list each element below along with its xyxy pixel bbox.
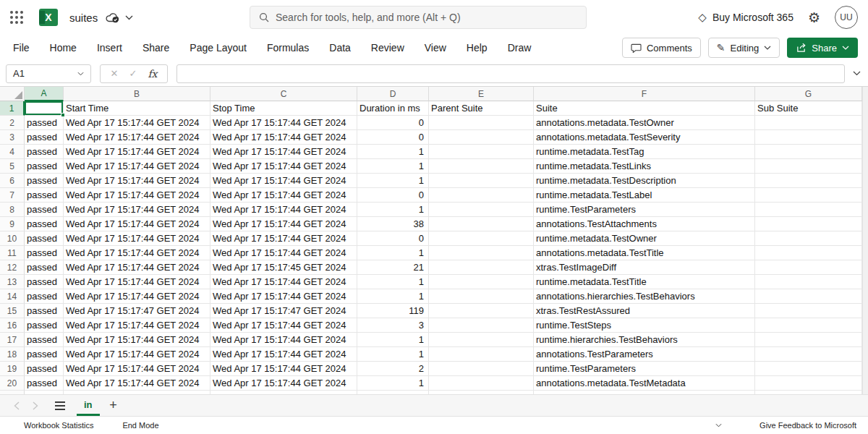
cell-F3[interactable]: annotations.metadata.TestSeverity xyxy=(534,130,755,145)
document-title[interactable]: suites xyxy=(69,12,98,24)
cell-G18[interactable] xyxy=(755,347,862,362)
formula-input[interactable] xyxy=(176,64,845,83)
cell-E5[interactable] xyxy=(429,159,534,174)
menu-draw[interactable]: Draw xyxy=(498,35,542,61)
cell-F21[interactable] xyxy=(534,391,755,394)
cell-E1[interactable]: Parent Suite xyxy=(429,101,534,116)
cell-D11[interactable]: 1 xyxy=(357,246,429,260)
cell-A10[interactable]: passed xyxy=(25,231,64,246)
name-box[interactable]: A1 xyxy=(6,64,91,83)
cell-G2[interactable] xyxy=(755,116,862,130)
cell-C3[interactable]: Wed Apr 17 15:17:44 GET 2024 xyxy=(210,130,357,145)
cell-A1-selected[interactable] xyxy=(25,101,64,116)
sheet-nav-left-icon[interactable] xyxy=(7,395,26,416)
cell-E2[interactable] xyxy=(429,116,534,130)
cell-F6[interactable]: runtime.metadata.TestDescription xyxy=(534,174,755,188)
cell-B7[interactable]: Wed Apr 17 15:17:44 GET 2024 xyxy=(64,188,210,203)
cell-D8[interactable]: 1 xyxy=(357,203,429,217)
cell-D4[interactable]: 1 xyxy=(357,145,429,159)
row-header-2[interactable]: 2 xyxy=(0,116,25,130)
sheet-tab-active[interactable]: in xyxy=(77,395,100,416)
cell-F16[interactable]: runtime.TestSteps xyxy=(534,318,755,333)
cell-C10[interactable]: Wed Apr 17 15:17:44 GET 2024 xyxy=(210,231,357,246)
row-header-11[interactable]: 11 xyxy=(0,246,25,260)
cell-F9[interactable]: annotations.TestAttachments xyxy=(534,217,755,231)
cell-F15[interactable]: xtras.TestRestAssured xyxy=(534,304,755,318)
cell-F10[interactable]: runtime.metadata.TestOwner xyxy=(534,231,755,246)
cell-G15[interactable] xyxy=(755,304,862,318)
row-header-15[interactable]: 15 xyxy=(0,304,25,318)
cell-A20[interactable]: passed xyxy=(25,376,64,391)
enter-icon[interactable]: ✓ xyxy=(129,68,137,79)
row-header-10[interactable]: 10 xyxy=(0,231,25,246)
menu-review[interactable]: Review xyxy=(361,35,414,61)
row-header-5[interactable]: 5 xyxy=(0,159,25,174)
row-header-6[interactable]: 6 xyxy=(0,174,25,188)
status-workbook-statistics[interactable]: Workbook Statistics xyxy=(24,421,93,430)
cell-B4[interactable]: Wed Apr 17 15:17:44 GET 2024 xyxy=(64,145,210,159)
menu-data[interactable]: Data xyxy=(319,35,361,61)
cell-A3[interactable]: passed xyxy=(25,130,64,145)
sheet-nav-right-icon[interactable] xyxy=(26,395,45,416)
cell-A12[interactable]: passed xyxy=(25,260,64,275)
menu-home[interactable]: Home xyxy=(40,35,87,61)
search-input[interactable] xyxy=(276,12,577,23)
cell-G4[interactable] xyxy=(755,145,862,159)
cell-C20[interactable]: Wed Apr 17 15:17:44 GET 2024 xyxy=(210,376,357,391)
cell-E19[interactable] xyxy=(429,362,534,376)
cell-E10[interactable] xyxy=(429,231,534,246)
title-chevron-down-icon[interactable] xyxy=(125,15,133,20)
row-header-4[interactable]: 4 xyxy=(0,145,25,159)
cell-D15[interactable]: 119 xyxy=(357,304,429,318)
give-feedback-link[interactable]: Give Feedback to Microsoft xyxy=(760,421,856,430)
row-header-18[interactable]: 18 xyxy=(0,347,25,362)
row-header-13[interactable]: 13 xyxy=(0,275,25,289)
cell-A15[interactable]: passed xyxy=(25,304,64,318)
cell-C8[interactable]: Wed Apr 17 15:17:44 GET 2024 xyxy=(210,203,357,217)
row-header-16[interactable]: 16 xyxy=(0,318,25,333)
cell-E18[interactable] xyxy=(429,347,534,362)
cell-D18[interactable]: 1 xyxy=(357,347,429,362)
cell-C12[interactable]: Wed Apr 17 15:17:45 GET 2024 xyxy=(210,260,357,275)
cell-D5[interactable]: 1 xyxy=(357,159,429,174)
cell-C13[interactable]: Wed Apr 17 15:17:44 GET 2024 xyxy=(210,275,357,289)
cell-A4[interactable]: passed xyxy=(25,145,64,159)
cell-E7[interactable] xyxy=(429,188,534,203)
search-bar[interactable] xyxy=(250,6,587,29)
cell-B6[interactable]: Wed Apr 17 15:17:44 GET 2024 xyxy=(64,174,210,188)
column-header-B[interactable]: B xyxy=(64,87,210,101)
row-header-20[interactable]: 20 xyxy=(0,376,25,391)
select-all-button[interactable] xyxy=(0,87,25,101)
cancel-icon[interactable]: ✕ xyxy=(111,68,119,79)
cell-C1[interactable]: Stop Time xyxy=(210,101,357,116)
cell-C21[interactable]: Wed Apr 17 15:17:44 GET 2024 xyxy=(210,391,357,394)
column-header-C[interactable]: C xyxy=(210,87,357,101)
cell-C16[interactable]: Wed Apr 17 15:17:44 GET 2024 xyxy=(210,318,357,333)
cell-B3[interactable]: Wed Apr 17 15:17:44 GET 2024 xyxy=(64,130,210,145)
column-header-E[interactable]: E xyxy=(429,87,534,101)
all-sheets-menu-icon[interactable] xyxy=(49,395,71,416)
cell-D6[interactable]: 1 xyxy=(357,174,429,188)
cell-D3[interactable]: 0 xyxy=(357,130,429,145)
comments-button[interactable]: Comments xyxy=(622,38,701,58)
cell-G11[interactable] xyxy=(755,246,862,260)
menu-help[interactable]: Help xyxy=(456,35,498,61)
cell-A9[interactable]: passed xyxy=(25,217,64,231)
cell-F17[interactable]: runtime.hierarchies.TestBehaviors xyxy=(534,333,755,347)
cell-E8[interactable] xyxy=(429,203,534,217)
cell-C15[interactable]: Wed Apr 17 15:17:47 GET 2024 xyxy=(210,304,357,318)
menu-view[interactable]: View xyxy=(414,35,456,61)
cell-C14[interactable]: Wed Apr 17 15:17:44 GET 2024 xyxy=(210,289,357,304)
cell-D20[interactable]: 1 xyxy=(357,376,429,391)
cell-F1[interactable]: Suite xyxy=(534,101,755,116)
cell-D16[interactable]: 3 xyxy=(357,318,429,333)
cell-G14[interactable] xyxy=(755,289,862,304)
cell-E6[interactable] xyxy=(429,174,534,188)
cell-F2[interactable]: annotations.metadata.TestOwner xyxy=(534,116,755,130)
cell-C11[interactable]: Wed Apr 17 15:17:44 GET 2024 xyxy=(210,246,357,260)
cell-F12[interactable]: xtras.TestImageDiff xyxy=(534,260,755,275)
cell-F20[interactable]: annotations.metadata.TestMetadata xyxy=(534,376,755,391)
cell-G12[interactable] xyxy=(755,260,862,275)
cell-E16[interactable] xyxy=(429,318,534,333)
cell-B14[interactable]: Wed Apr 17 15:17:44 GET 2024 xyxy=(64,289,210,304)
